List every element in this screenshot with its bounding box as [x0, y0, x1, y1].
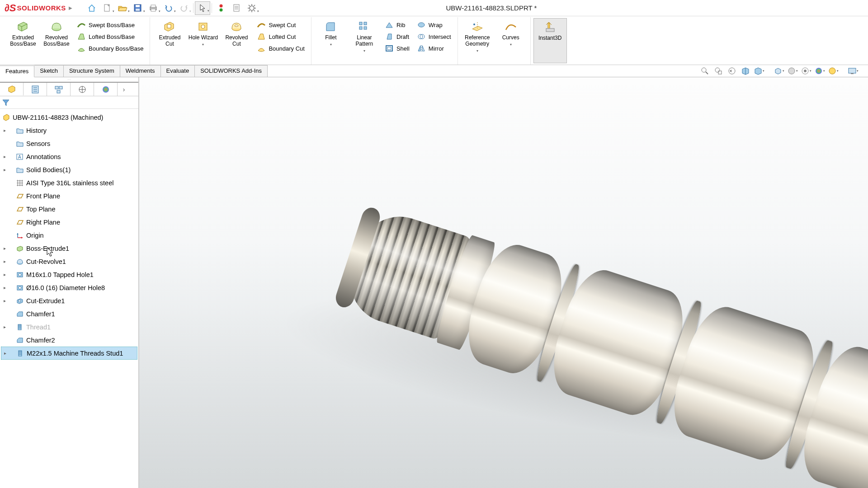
view-orientation-icon[interactable]: ▾ — [773, 66, 785, 76]
tree-root[interactable]: UBW-21161-48823 (Machined) — [1, 111, 137, 124]
revolved-boss-button[interactable]: Revolved Boss/Base — [40, 18, 73, 63]
tree-item[interactable]: AISI Type 316L stainless steel — [1, 176, 137, 189]
tree-item[interactable]: ▸Boss-Extrude1 — [1, 242, 137, 255]
zoom-to-fit-icon[interactable] — [699, 66, 711, 76]
propertymanager-tab[interactable] — [24, 83, 47, 96]
tab-structure-system[interactable]: Structure System — [64, 65, 120, 77]
revolved-cut-button[interactable]: Revolved Cut — [220, 18, 253, 63]
tree-item[interactable]: ▸Thread1 — [1, 320, 137, 333]
shell-button[interactable]: Shell — [381, 42, 413, 54]
expander-icon[interactable]: ▸ — [2, 285, 7, 290]
tree-item[interactable]: ▸Cut-Revolve1 — [1, 255, 137, 268]
redo-button[interactable]: ▾ — [176, 1, 192, 15]
fillet-button[interactable]: Fillet▾ — [314, 18, 348, 63]
tree-item-label: Top Plane — [26, 206, 56, 213]
tree-item[interactable]: Front Plane — [1, 189, 137, 202]
svg-point-8 — [219, 8, 222, 11]
expander-icon[interactable]: ▸ — [2, 167, 7, 172]
expander-icon[interactable]: ▸ — [2, 324, 7, 329]
dynamic-annotation-icon[interactable]: ▾ — [753, 66, 765, 76]
tree-filter[interactable] — [0, 96, 138, 109]
draft-button[interactable]: Draft — [381, 31, 413, 42]
zoom-to-area-icon[interactable] — [712, 66, 724, 76]
chevron-right-icon[interactable]: ▶ — [69, 5, 72, 10]
tree-item[interactable]: ▸AAnnotations — [1, 150, 137, 163]
feat-cut-icon — [15, 296, 24, 305]
tree-item[interactable]: ▸M22x1.5 Machine Threads Stud1 — [1, 347, 137, 360]
display-style-icon[interactable]: ▾ — [787, 66, 798, 76]
tree-item[interactable]: ▸M16x1.0 Tapped Hole1 — [1, 268, 137, 281]
swept-cut-button[interactable]: Swept Cut — [253, 19, 308, 31]
options-button[interactable]: ▾ — [244, 1, 259, 15]
tree-item[interactable]: Origin — [1, 229, 137, 242]
curves-button[interactable]: Curves▾ — [494, 18, 528, 63]
tab-weldments[interactable]: Weldments — [120, 65, 161, 77]
save-button[interactable]: ▾ — [130, 1, 146, 15]
rib-button[interactable]: Rib — [381, 19, 413, 31]
svg-rect-53 — [849, 68, 856, 73]
tree-item[interactable]: Chamfer2 — [1, 333, 137, 347]
tree-item[interactable]: Top Plane — [1, 202, 137, 216]
expander-icon[interactable]: ▸ — [2, 298, 7, 303]
tree-item-label: Ø16.0 (16) Diameter Hole8 — [26, 284, 105, 291]
lofted-boss-button[interactable]: Lofted Boss/Base — [73, 31, 147, 42]
boundary-cut-button[interactable]: Boundary Cut — [253, 42, 308, 54]
panel-grip[interactable]: ⋯ — [0, 77, 138, 82]
expander-icon[interactable]: ▸ — [2, 351, 8, 356]
displaymanager-tab[interactable] — [94, 83, 118, 96]
graphics-viewport[interactable] — [139, 77, 868, 488]
expander-icon[interactable]: ▸ — [2, 272, 7, 277]
tree-item[interactable]: ▸Cut-Extrude1 — [1, 294, 137, 307]
view-settings-icon[interactable]: ▾ — [847, 66, 859, 76]
tree-item[interactable]: Chamfer1 — [1, 307, 137, 320]
panel-overflow-icon[interactable]: › — [118, 83, 130, 96]
hole-wizard-button[interactable]: Hole Wizard▾ — [186, 18, 220, 63]
new-button[interactable]: ▾ — [99, 1, 115, 15]
tree-item[interactable]: ▸Solid Bodies(1) — [1, 163, 137, 176]
extruded-cut-button[interactable]: Extruded Cut — [153, 18, 186, 63]
expander-icon[interactable]: ▸ — [2, 128, 7, 133]
file-properties-button[interactable] — [229, 1, 244, 15]
lofted-cut-button[interactable]: Lofted Cut — [253, 31, 308, 42]
expander-icon[interactable]: ▸ — [2, 154, 7, 159]
tree-item[interactable]: Right Plane — [1, 216, 137, 229]
mirror-button[interactable]: Mirror — [413, 42, 455, 54]
extruded-boss-button[interactable]: Extruded Boss/Base — [6, 18, 40, 63]
undo-button[interactable]: ▾ — [161, 1, 176, 15]
tree-item[interactable]: ▸Ø16.0 (16) Diameter Hole8 — [1, 281, 137, 294]
swept-boss-button[interactable]: Swept Boss/Base — [73, 19, 147, 31]
linear-pattern-button[interactable]: Linear Pattern▾ — [348, 18, 381, 63]
open-button[interactable]: ▾ — [115, 1, 130, 15]
app-logo[interactable]: ∂S SOLIDWORKS ▶ — [0, 2, 75, 14]
tree-item[interactable]: ▸History — [1, 124, 137, 137]
apply-scene-icon[interactable]: ▾ — [827, 66, 839, 76]
tab-addins[interactable]: SOLIDWORKS Add-Ins — [195, 65, 268, 77]
dimxpertmanager-tab[interactable] — [71, 83, 94, 96]
boundary-boss-button[interactable]: Boundary Boss/Base — [73, 42, 147, 54]
mirror-label: Mirror — [429, 45, 444, 52]
home-button[interactable] — [84, 1, 99, 15]
previous-view-icon[interactable] — [726, 66, 738, 76]
wrap-button[interactable]: Wrap — [413, 19, 455, 31]
tree-item[interactable]: Sensors — [1, 137, 137, 150]
configurationmanager-tab[interactable] — [47, 83, 71, 96]
hide-show-icon[interactable]: ▾ — [800, 66, 812, 76]
tab-evaluate[interactable]: Evaluate — [161, 65, 195, 77]
edit-appearance-icon[interactable]: ▾ — [814, 66, 826, 76]
select-button[interactable]: ▾ — [195, 1, 210, 15]
instant3d-button[interactable]: Instant3D — [533, 18, 567, 63]
svg-text:A: A — [18, 155, 21, 160]
feature-tree[interactable]: UBW-21161-48823 (Machined) ▸HistorySenso… — [0, 109, 138, 488]
section-view-icon[interactable] — [740, 66, 751, 76]
tab-features[interactable]: Features — [0, 66, 34, 77]
intersect-button[interactable]: Intersect — [413, 31, 455, 42]
print-button[interactable]: ▾ — [146, 1, 161, 15]
tree-item-label: Right Plane — [26, 219, 60, 226]
featuremanager-tab[interactable] — [0, 83, 24, 96]
rebuild-button[interactable] — [213, 1, 229, 15]
expander-icon[interactable]: ▸ — [2, 259, 7, 264]
tab-sketch[interactable]: Sketch — [34, 65, 64, 77]
svg-rect-5 — [151, 5, 156, 7]
expander-icon[interactable]: ▸ — [2, 246, 7, 251]
reference-geometry-button[interactable]: Reference Geometry▾ — [461, 18, 494, 63]
